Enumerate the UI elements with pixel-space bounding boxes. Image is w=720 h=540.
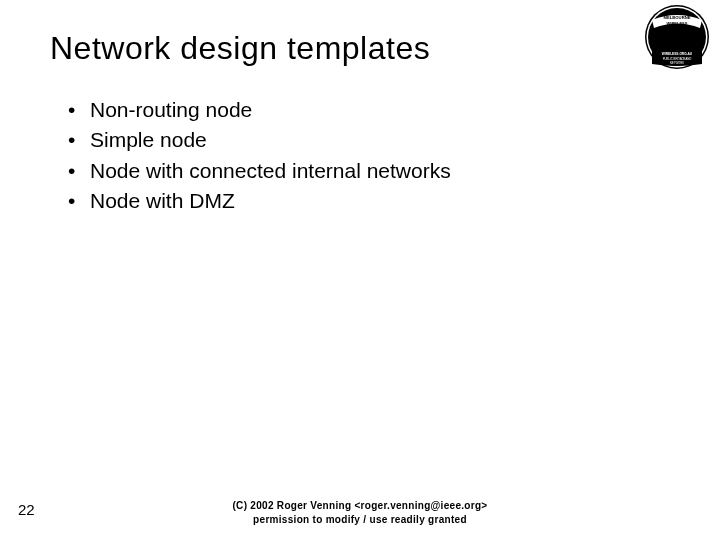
svg-rect-4 [666,30,672,48]
svg-text:MELBOURNE: MELBOURNE [664,15,691,20]
list-item: •Non-routing node [68,95,670,125]
footer: (C) 2002 Roger Venning <roger.venning@ie… [0,499,720,526]
bullet-text: Simple node [90,125,207,155]
svg-rect-3 [660,34,665,48]
bullet-icon: • [68,95,90,125]
footer-copyright: (C) 2002 Roger Venning <roger.venning@ie… [0,499,720,513]
bullet-text: Node with connected internal networks [90,156,451,186]
slide-title: Network design templates [50,30,670,67]
bullet-icon: • [68,186,90,216]
footer-permission: permission to modify / use readily grant… [0,513,720,527]
slide: MELBOURNE WIRELESS WIRELESS.ORG.AU PUBLI… [0,0,720,540]
svg-text:WIRELESS: WIRELESS [667,21,688,26]
svg-text:WIRELESS.ORG.AU: WIRELESS.ORG.AU [662,52,693,56]
list-item: •Node with DMZ [68,186,670,216]
svg-text:NETWORK: NETWORK [670,61,684,65]
bullet-text: Node with DMZ [90,186,235,216]
list-item: •Simple node [68,125,670,155]
bullet-list: •Non-routing node •Simple node •Node wit… [50,95,670,217]
logo-melbourne-wireless: MELBOURNE WIRELESS WIRELESS.ORG.AU PUBLI… [644,4,710,70]
svg-rect-5 [673,26,680,48]
bullet-icon: • [68,156,90,186]
svg-rect-8 [658,46,696,50]
bullet-text: Non-routing node [90,95,252,125]
bullet-icon: • [68,125,90,155]
list-item: •Node with connected internal networks [68,156,670,186]
svg-rect-6 [681,32,686,48]
